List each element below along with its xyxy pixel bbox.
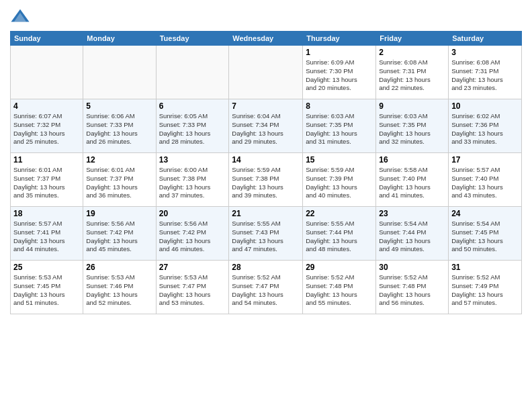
col-header-tuesday: Tuesday [156, 32, 229, 46]
day-info: Sunrise: 6:08 AMSunset: 7:31 PMDaylight:… [451, 58, 519, 93]
day-info: Sunrise: 6:05 AMSunset: 7:33 PMDaylight:… [159, 112, 226, 146]
day-info: Sunrise: 6:06 AMSunset: 7:33 PMDaylight:… [86, 112, 152, 146]
header-row: SundayMondayTuesdayWednesdayThursdayFrid… [11, 32, 522, 46]
day-number: 9 [379, 101, 445, 111]
day-info: Sunrise: 5:58 AMSunset: 7:40 PMDaylight:… [379, 166, 445, 200]
day-number: 11 [13, 155, 80, 165]
day-info: Sunrise: 6:00 AMSunset: 7:38 PMDaylight:… [159, 166, 226, 200]
day-info: Sunrise: 5:55 AMSunset: 7:43 PMDaylight:… [232, 220, 300, 254]
day-cell-13: 13Sunrise: 6:00 AMSunset: 7:38 PMDayligh… [156, 153, 229, 207]
empty-cell [229, 46, 303, 99]
day-number: 4 [13, 101, 80, 111]
day-info: Sunrise: 5:57 AMSunset: 7:41 PMDaylight:… [13, 220, 80, 254]
day-info: Sunrise: 5:52 AMSunset: 7:49 PMDaylight:… [451, 273, 519, 308]
day-cell-19: 19Sunrise: 5:56 AMSunset: 7:42 PMDayligh… [83, 207, 156, 261]
day-number: 3 [451, 48, 519, 57]
day-cell-28: 28Sunrise: 5:52 AMSunset: 7:47 PMDayligh… [229, 261, 303, 314]
day-number: 8 [306, 101, 373, 111]
day-cell-26: 26Sunrise: 5:53 AMSunset: 7:46 PMDayligh… [83, 261, 156, 314]
day-number: 24 [451, 209, 519, 218]
logo [10, 7, 33, 27]
day-cell-4: 4Sunrise: 6:07 AMSunset: 7:32 PMDaylight… [11, 99, 83, 153]
day-cell-1: 1Sunrise: 6:09 AMSunset: 7:30 PMDaylight… [303, 46, 376, 99]
day-cell-24: 24Sunrise: 5:54 AMSunset: 7:45 PMDayligh… [449, 207, 522, 261]
header [10, 7, 522, 27]
col-header-wednesday: Wednesday [229, 32, 303, 46]
day-info: Sunrise: 6:01 AMSunset: 7:37 PMDaylight:… [13, 166, 80, 200]
day-info: Sunrise: 6:03 AMSunset: 7:35 PMDaylight:… [306, 112, 373, 146]
col-header-saturday: Saturday [449, 32, 522, 46]
day-cell-21: 21Sunrise: 5:55 AMSunset: 7:43 PMDayligh… [229, 207, 303, 261]
day-number: 17 [451, 155, 519, 165]
day-number: 19 [86, 209, 152, 218]
day-cell-10: 10Sunrise: 6:02 AMSunset: 7:36 PMDayligh… [449, 99, 522, 153]
day-cell-11: 11Sunrise: 6:01 AMSunset: 7:37 PMDayligh… [11, 153, 83, 207]
day-info: Sunrise: 5:59 AMSunset: 7:39 PMDaylight:… [306, 166, 373, 200]
day-number: 30 [379, 263, 445, 272]
day-cell-17: 17Sunrise: 5:57 AMSunset: 7:40 PMDayligh… [449, 153, 522, 207]
day-cell-20: 20Sunrise: 5:56 AMSunset: 7:42 PMDayligh… [156, 207, 229, 261]
day-number: 7 [232, 101, 300, 111]
day-number: 1 [306, 48, 373, 57]
day-info: Sunrise: 6:04 AMSunset: 7:34 PMDaylight:… [232, 112, 300, 146]
empty-cell [11, 46, 83, 99]
day-info: Sunrise: 5:52 AMSunset: 7:48 PMDaylight:… [306, 273, 373, 308]
day-cell-22: 22Sunrise: 5:55 AMSunset: 7:44 PMDayligh… [303, 207, 376, 261]
day-cell-7: 7Sunrise: 6:04 AMSunset: 7:34 PMDaylight… [229, 99, 303, 153]
day-info: Sunrise: 6:01 AMSunset: 7:37 PMDaylight:… [86, 166, 152, 200]
col-header-monday: Monday [83, 32, 156, 46]
empty-cell [156, 46, 229, 99]
day-cell-25: 25Sunrise: 5:53 AMSunset: 7:45 PMDayligh… [11, 261, 83, 314]
day-info: Sunrise: 5:53 AMSunset: 7:47 PMDaylight:… [159, 273, 226, 308]
day-cell-3: 3Sunrise: 6:08 AMSunset: 7:31 PMDaylight… [449, 46, 522, 99]
day-info: Sunrise: 5:52 AMSunset: 7:47 PMDaylight:… [232, 273, 300, 308]
day-cell-9: 9Sunrise: 6:03 AMSunset: 7:35 PMDaylight… [376, 99, 449, 153]
day-info: Sunrise: 6:02 AMSunset: 7:36 PMDaylight:… [451, 112, 519, 146]
day-number: 26 [86, 263, 152, 272]
day-cell-8: 8Sunrise: 6:03 AMSunset: 7:35 PMDaylight… [303, 99, 376, 153]
day-number: 13 [159, 155, 226, 165]
day-number: 22 [306, 209, 373, 218]
page: SundayMondayTuesdayWednesdayThursdayFrid… [0, 0, 532, 411]
day-number: 29 [306, 263, 373, 272]
day-info: Sunrise: 5:53 AMSunset: 7:45 PMDaylight:… [13, 273, 80, 308]
day-number: 18 [13, 209, 80, 218]
day-number: 27 [159, 263, 226, 272]
day-info: Sunrise: 5:56 AMSunset: 7:42 PMDaylight:… [86, 220, 152, 254]
day-cell-30: 30Sunrise: 5:52 AMSunset: 7:48 PMDayligh… [376, 261, 449, 314]
day-number: 23 [379, 209, 445, 218]
day-number: 20 [159, 209, 226, 218]
day-info: Sunrise: 5:56 AMSunset: 7:42 PMDaylight:… [159, 220, 226, 254]
week-row-5: 25Sunrise: 5:53 AMSunset: 7:45 PMDayligh… [11, 261, 522, 314]
day-info: Sunrise: 6:08 AMSunset: 7:31 PMDaylight:… [379, 58, 445, 93]
day-info: Sunrise: 6:09 AMSunset: 7:30 PMDaylight:… [306, 58, 373, 93]
day-cell-14: 14Sunrise: 5:59 AMSunset: 7:38 PMDayligh… [229, 153, 303, 207]
week-row-3: 11Sunrise: 6:01 AMSunset: 7:37 PMDayligh… [11, 153, 522, 207]
day-number: 31 [451, 263, 519, 272]
day-number: 10 [451, 101, 519, 111]
logo-icon [10, 7, 30, 27]
day-info: Sunrise: 5:55 AMSunset: 7:44 PMDaylight:… [306, 220, 373, 254]
day-number: 15 [306, 155, 373, 165]
day-number: 5 [86, 101, 152, 111]
day-cell-5: 5Sunrise: 6:06 AMSunset: 7:33 PMDaylight… [83, 99, 156, 153]
day-number: 12 [86, 155, 152, 165]
day-info: Sunrise: 5:52 AMSunset: 7:48 PMDaylight:… [379, 273, 445, 308]
calendar-table: SundayMondayTuesdayWednesdayThursdayFrid… [10, 31, 522, 314]
week-row-2: 4Sunrise: 6:07 AMSunset: 7:32 PMDaylight… [11, 99, 522, 153]
day-number: 2 [379, 48, 445, 57]
day-number: 16 [379, 155, 445, 165]
day-cell-31: 31Sunrise: 5:52 AMSunset: 7:49 PMDayligh… [449, 261, 522, 314]
day-info: Sunrise: 6:03 AMSunset: 7:35 PMDaylight:… [379, 112, 445, 146]
day-cell-16: 16Sunrise: 5:58 AMSunset: 7:40 PMDayligh… [376, 153, 449, 207]
day-cell-15: 15Sunrise: 5:59 AMSunset: 7:39 PMDayligh… [303, 153, 376, 207]
col-header-sunday: Sunday [11, 32, 83, 46]
week-row-1: 1Sunrise: 6:09 AMSunset: 7:30 PMDaylight… [11, 46, 522, 99]
day-number: 6 [159, 101, 226, 111]
empty-cell [83, 46, 156, 99]
day-cell-27: 27Sunrise: 5:53 AMSunset: 7:47 PMDayligh… [156, 261, 229, 314]
day-cell-6: 6Sunrise: 6:05 AMSunset: 7:33 PMDaylight… [156, 99, 229, 153]
day-info: Sunrise: 5:54 AMSunset: 7:45 PMDaylight:… [451, 220, 519, 254]
day-cell-2: 2Sunrise: 6:08 AMSunset: 7:31 PMDaylight… [376, 46, 449, 99]
day-info: Sunrise: 5:57 AMSunset: 7:40 PMDaylight:… [451, 166, 519, 200]
